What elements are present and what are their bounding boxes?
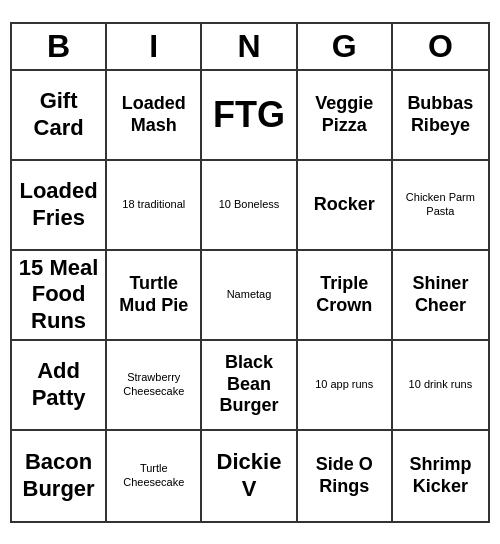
bingo-cell-12: Nametag (202, 251, 297, 341)
cell-text-4: Bubbas Ribeye (397, 93, 484, 136)
cell-text-15: Add Patty (16, 358, 101, 411)
cell-text-21: Turtle Cheesecake (111, 462, 196, 488)
cell-text-19: 10 drink runs (409, 378, 473, 391)
bingo-cell-1: Loaded Mash (107, 71, 202, 161)
bingo-cell-0: Gift Card (12, 71, 107, 161)
cell-text-6: 18 traditional (122, 198, 185, 211)
cell-text-0: Gift Card (16, 88, 101, 141)
cell-text-20: Bacon Burger (16, 449, 101, 502)
cell-text-16: Strawberry Cheesecake (111, 371, 196, 397)
cell-text-8: Rocker (314, 194, 375, 216)
header-letter-I: I (107, 24, 202, 69)
header-letter-N: N (202, 24, 297, 69)
bingo-cell-24: Shrimp Kicker (393, 431, 488, 521)
bingo-cell-18: 10 app runs (298, 341, 393, 431)
bingo-grid: Gift CardLoaded MashFTGVeggie PizzaBubba… (12, 71, 488, 521)
bingo-cell-2: FTG (202, 71, 297, 161)
bingo-cell-17: Black Bean Burger (202, 341, 297, 431)
bingo-cell-21: Turtle Cheesecake (107, 431, 202, 521)
cell-text-23: Side O Rings (302, 454, 387, 497)
bingo-cell-6: 18 traditional (107, 161, 202, 251)
cell-text-11: Turtle Mud Pie (111, 273, 196, 316)
bingo-cell-7: 10 Boneless (202, 161, 297, 251)
bingo-cell-4: Bubbas Ribeye (393, 71, 488, 161)
cell-text-7: 10 Boneless (219, 198, 280, 211)
bingo-header: BINGO (12, 24, 488, 71)
cell-text-17: Black Bean Burger (206, 352, 291, 417)
bingo-cell-11: Turtle Mud Pie (107, 251, 202, 341)
bingo-cell-20: Bacon Burger (12, 431, 107, 521)
cell-text-12: Nametag (227, 288, 272, 301)
bingo-cell-3: Veggie Pizza (298, 71, 393, 161)
bingo-cell-14: Shiner Cheer (393, 251, 488, 341)
cell-text-9: Chicken Parm Pasta (397, 191, 484, 217)
header-letter-O: O (393, 24, 488, 69)
bingo-cell-15: Add Patty (12, 341, 107, 431)
cell-text-2: FTG (213, 93, 285, 136)
bingo-cell-13: Triple Crown (298, 251, 393, 341)
bingo-cell-23: Side O Rings (298, 431, 393, 521)
cell-text-18: 10 app runs (315, 378, 373, 391)
cell-text-14: Shiner Cheer (397, 273, 484, 316)
bingo-cell-10: 15 Meal Food Runs (12, 251, 107, 341)
header-letter-G: G (298, 24, 393, 69)
bingo-cell-8: Rocker (298, 161, 393, 251)
cell-text-13: Triple Crown (302, 273, 387, 316)
bingo-card: BINGO Gift CardLoaded MashFTGVeggie Pizz… (10, 22, 490, 523)
cell-text-10: 15 Meal Food Runs (16, 255, 101, 334)
bingo-cell-5: Loaded Fries (12, 161, 107, 251)
header-letter-B: B (12, 24, 107, 69)
cell-text-1: Loaded Mash (111, 93, 196, 136)
bingo-cell-16: Strawberry Cheesecake (107, 341, 202, 431)
bingo-cell-22: Dickie V (202, 431, 297, 521)
cell-text-24: Shrimp Kicker (397, 454, 484, 497)
cell-text-3: Veggie Pizza (302, 93, 387, 136)
cell-text-5: Loaded Fries (16, 178, 101, 231)
bingo-cell-9: Chicken Parm Pasta (393, 161, 488, 251)
bingo-cell-19: 10 drink runs (393, 341, 488, 431)
cell-text-22: Dickie V (206, 449, 291, 502)
